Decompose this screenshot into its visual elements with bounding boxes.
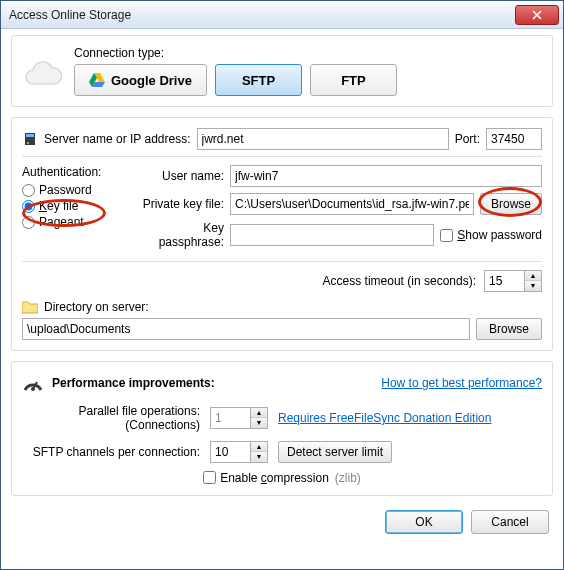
folder-icon bbox=[22, 300, 38, 314]
server-label: Server name or IP address: bbox=[44, 132, 191, 146]
cancel-button[interactable]: Cancel bbox=[471, 510, 549, 534]
server-input[interactable] bbox=[197, 128, 449, 150]
detect-limit-button[interactable]: Detect server limit bbox=[278, 441, 392, 463]
parallel-label: Parallel file operations: bbox=[22, 404, 200, 418]
passphrase-input[interactable] bbox=[230, 224, 434, 246]
google-drive-icon bbox=[89, 73, 105, 87]
auth-header: Authentication: bbox=[22, 165, 120, 179]
svg-point-4 bbox=[31, 387, 35, 391]
keyfile-browse-button[interactable]: Browse bbox=[480, 193, 542, 215]
dialog-window: Access Online Storage Connection type: G… bbox=[0, 0, 564, 570]
spin-down-icon[interactable]: ▼ bbox=[251, 452, 267, 462]
settings-group: Server name or IP address: Port: Authent… bbox=[11, 117, 553, 351]
connection-group: Connection type: Google Drive SFTP FTP bbox=[11, 35, 553, 107]
port-input[interactable] bbox=[486, 128, 542, 150]
directory-input[interactable] bbox=[22, 318, 470, 340]
ftp-button[interactable]: FTP bbox=[310, 64, 397, 96]
parallel-spinner[interactable]: ▲▼ bbox=[210, 407, 268, 429]
ok-button[interactable]: OK bbox=[385, 510, 463, 534]
spin-up-icon[interactable]: ▲ bbox=[525, 271, 541, 281]
spin-down-icon[interactable]: ▼ bbox=[525, 281, 541, 291]
gauge-icon bbox=[22, 372, 44, 394]
username-label: User name: bbox=[136, 169, 224, 183]
zlib-label: (zlib) bbox=[335, 471, 361, 485]
close-button[interactable] bbox=[515, 5, 559, 25]
auth-password-radio[interactable]: Password bbox=[22, 183, 120, 197]
auth-pageant-radio[interactable]: Pageant bbox=[22, 215, 120, 229]
timeout-spinner[interactable]: ▲▼ bbox=[484, 270, 542, 292]
titlebar: Access Online Storage bbox=[1, 1, 563, 29]
keyfile-label: Private key file: bbox=[136, 197, 224, 211]
donation-link[interactable]: Requires FreeFileSync Donation Edition bbox=[278, 411, 491, 425]
svg-rect-1 bbox=[26, 134, 34, 137]
performance-header: Performance improvements: bbox=[52, 376, 215, 390]
google-drive-button[interactable]: Google Drive bbox=[74, 64, 207, 96]
username-input[interactable] bbox=[230, 165, 542, 187]
close-icon bbox=[532, 10, 542, 20]
directory-browse-button[interactable]: Browse bbox=[476, 318, 542, 340]
server-icon bbox=[22, 131, 38, 147]
cloud-icon bbox=[22, 60, 64, 92]
show-password-checkbox[interactable]: Show password bbox=[440, 228, 542, 242]
performance-help-link[interactable]: How to get best performance? bbox=[381, 376, 542, 390]
timeout-label: Access timeout (in seconds): bbox=[323, 274, 476, 288]
parallel-sublabel: (Connections) bbox=[22, 418, 200, 432]
window-title: Access Online Storage bbox=[9, 8, 515, 22]
spin-up-icon[interactable]: ▲ bbox=[251, 442, 267, 452]
spin-down-icon[interactable]: ▼ bbox=[251, 418, 267, 428]
spin-up-icon[interactable]: ▲ bbox=[251, 408, 267, 418]
auth-keyfile-text: ey file bbox=[47, 199, 78, 213]
directory-label: Directory on server: bbox=[44, 300, 149, 314]
passphrase-label: Key passphrase: bbox=[136, 221, 224, 249]
sftp-label: SFTP bbox=[242, 73, 275, 88]
keyfile-input[interactable] bbox=[230, 193, 474, 215]
performance-group: Performance improvements: How to get bes… bbox=[11, 361, 553, 496]
channels-label: SFTP channels per connection: bbox=[22, 445, 200, 459]
channels-spinner[interactable]: ▲▼ bbox=[210, 441, 268, 463]
channels-input[interactable] bbox=[210, 441, 250, 463]
auth-keyfile-radio[interactable]: Key file bbox=[22, 199, 120, 213]
port-label: Port: bbox=[455, 132, 480, 146]
connection-type-label: Connection type: bbox=[74, 46, 542, 60]
timeout-input[interactable] bbox=[484, 270, 524, 292]
parallel-input bbox=[210, 407, 250, 429]
sftp-button[interactable]: SFTP bbox=[215, 64, 302, 96]
compression-checkbox[interactable]: Enable compression bbox=[203, 471, 329, 485]
ftp-label: FTP bbox=[341, 73, 366, 88]
google-drive-label: Google Drive bbox=[111, 73, 192, 88]
svg-point-2 bbox=[27, 142, 29, 144]
